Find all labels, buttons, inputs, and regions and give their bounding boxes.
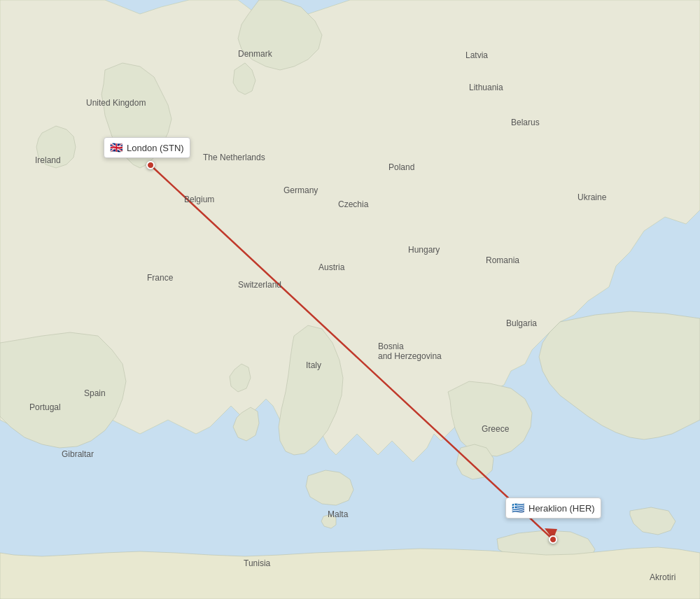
heraklion-airport-label[interactable]: 🇬🇷 Heraklion (HER) xyxy=(505,498,601,519)
greece-flag-icon: 🇬🇷 xyxy=(512,502,525,514)
map-container: 🇬🇧 London (STN) 🇬🇷 Heraklion (HER) Irela… xyxy=(0,0,700,599)
london-airport-text: London (STN) xyxy=(127,143,184,153)
uk-flag-icon: 🇬🇧 xyxy=(110,141,123,154)
heraklion-airport-pin xyxy=(549,535,557,544)
heraklion-airport-text: Heraklion (HER) xyxy=(528,503,595,514)
london-airport-pin xyxy=(146,161,155,169)
london-airport-label[interactable]: 🇬🇧 London (STN) xyxy=(104,137,190,158)
